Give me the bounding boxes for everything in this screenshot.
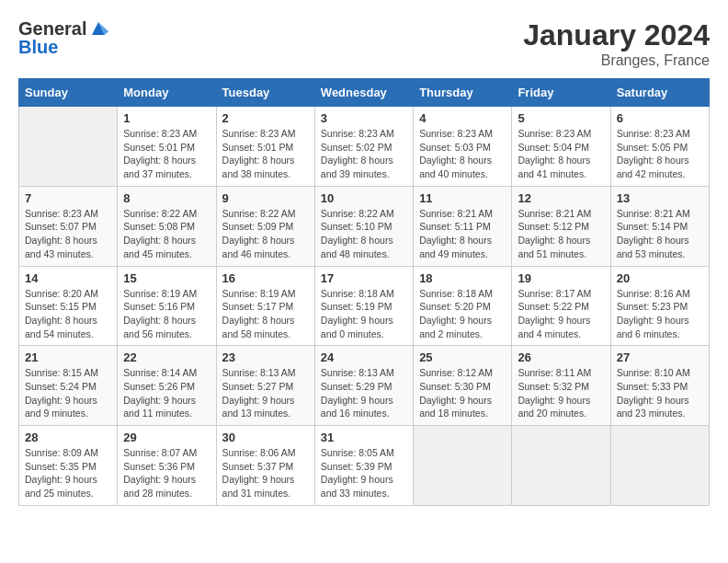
calendar-body: 1Sunrise: 8:23 AMSunset: 5:01 PMDaylight… bbox=[19, 107, 710, 506]
calendar-cell: 9Sunrise: 8:22 AMSunset: 5:09 PMDaylight… bbox=[216, 186, 314, 266]
calendar-cell: 3Sunrise: 8:23 AMSunset: 5:02 PMDaylight… bbox=[314, 107, 413, 187]
calendar-cell bbox=[512, 426, 610, 506]
day-info: Sunrise: 8:23 AMSunset: 5:04 PMDaylight:… bbox=[518, 127, 604, 181]
title-block: January 2024 Branges, France bbox=[523, 18, 710, 69]
calendar-cell bbox=[414, 426, 512, 506]
calendar-cell bbox=[19, 107, 118, 187]
day-info: Sunrise: 8:19 AMSunset: 5:16 PMDaylight:… bbox=[123, 287, 210, 341]
calendar-cell bbox=[610, 426, 709, 506]
calendar-cell: 11Sunrise: 8:21 AMSunset: 5:11 PMDayligh… bbox=[414, 186, 512, 266]
day-number: 11 bbox=[419, 191, 506, 205]
calendar-cell: 1Sunrise: 8:23 AMSunset: 5:01 PMDaylight… bbox=[118, 107, 216, 187]
header-cell-tuesday: Tuesday bbox=[216, 79, 314, 107]
calendar-week-3: 21Sunrise: 8:15 AMSunset: 5:24 PMDayligh… bbox=[19, 346, 710, 426]
calendar-cell: 4Sunrise: 8:23 AMSunset: 5:03 PMDaylight… bbox=[414, 107, 512, 187]
day-number: 30 bbox=[222, 431, 309, 444]
calendar-cell: 28Sunrise: 8:09 AMSunset: 5:35 PMDayligh… bbox=[19, 426, 118, 506]
day-number: 22 bbox=[123, 350, 210, 364]
day-number: 24 bbox=[321, 350, 407, 364]
day-number: 4 bbox=[419, 111, 506, 125]
day-number: 25 bbox=[419, 350, 506, 364]
calendar-cell: 14Sunrise: 8:20 AMSunset: 5:15 PMDayligh… bbox=[19, 266, 118, 346]
logo-general: General bbox=[18, 18, 86, 39]
day-info: Sunrise: 8:18 AMSunset: 5:20 PMDaylight:… bbox=[419, 287, 506, 341]
day-number: 3 bbox=[321, 111, 407, 125]
day-info: Sunrise: 8:22 AMSunset: 5:10 PMDaylight:… bbox=[321, 207, 407, 261]
calendar-cell: 6Sunrise: 8:23 AMSunset: 5:05 PMDaylight… bbox=[610, 107, 709, 187]
day-info: Sunrise: 8:23 AMSunset: 5:05 PMDaylight:… bbox=[617, 127, 703, 181]
day-number: 18 bbox=[419, 271, 506, 285]
day-number: 10 bbox=[321, 191, 407, 205]
day-number: 1 bbox=[123, 111, 210, 125]
header-cell-monday: Monday bbox=[118, 79, 216, 107]
day-number: 28 bbox=[25, 431, 111, 444]
day-number: 8 bbox=[123, 191, 210, 205]
calendar-week-2: 14Sunrise: 8:20 AMSunset: 5:15 PMDayligh… bbox=[19, 266, 710, 346]
day-info: Sunrise: 8:21 AMSunset: 5:14 PMDaylight:… bbox=[617, 207, 703, 261]
calendar-cell: 19Sunrise: 8:17 AMSunset: 5:22 PMDayligh… bbox=[512, 266, 610, 346]
day-number: 20 bbox=[617, 271, 703, 285]
day-info: Sunrise: 8:11 AMSunset: 5:32 PMDaylight:… bbox=[518, 366, 604, 420]
calendar-cell: 22Sunrise: 8:14 AMSunset: 5:26 PMDayligh… bbox=[118, 346, 216, 426]
day-info: Sunrise: 8:20 AMSunset: 5:15 PMDaylight:… bbox=[25, 287, 111, 341]
day-number: 9 bbox=[222, 191, 309, 205]
logo-icon bbox=[88, 18, 108, 39]
calendar-week-0: 1Sunrise: 8:23 AMSunset: 5:01 PMDaylight… bbox=[19, 107, 710, 187]
day-info: Sunrise: 8:16 AMSunset: 5:23 PMDaylight:… bbox=[617, 287, 703, 341]
day-number: 7 bbox=[25, 191, 111, 205]
day-number: 14 bbox=[25, 271, 111, 285]
day-info: Sunrise: 8:23 AMSunset: 5:07 PMDaylight:… bbox=[25, 207, 111, 261]
header-cell-saturday: Saturday bbox=[610, 79, 709, 107]
day-info: Sunrise: 8:19 AMSunset: 5:17 PMDaylight:… bbox=[222, 287, 309, 341]
calendar-header-row: SundayMondayTuesdayWednesdayThursdayFrid… bbox=[19, 79, 710, 107]
calendar-cell: 26Sunrise: 8:11 AMSunset: 5:32 PMDayligh… bbox=[512, 346, 610, 426]
calendar-cell: 10Sunrise: 8:22 AMSunset: 5:10 PMDayligh… bbox=[314, 186, 413, 266]
calendar-cell: 2Sunrise: 8:23 AMSunset: 5:01 PMDaylight… bbox=[216, 107, 314, 187]
day-number: 27 bbox=[617, 350, 703, 364]
header-cell-wednesday: Wednesday bbox=[314, 79, 413, 107]
day-number: 31 bbox=[321, 431, 407, 444]
day-info: Sunrise: 8:09 AMSunset: 5:35 PMDaylight:… bbox=[25, 446, 111, 500]
day-info: Sunrise: 8:18 AMSunset: 5:19 PMDaylight:… bbox=[321, 287, 407, 341]
page-subtitle: Branges, France bbox=[523, 52, 710, 69]
header-cell-thursday: Thursday bbox=[414, 79, 512, 107]
logo: General Blue bbox=[18, 18, 108, 58]
day-info: Sunrise: 8:23 AMSunset: 5:01 PMDaylight:… bbox=[123, 127, 210, 181]
calendar-week-4: 28Sunrise: 8:09 AMSunset: 5:35 PMDayligh… bbox=[19, 426, 710, 506]
day-number: 17 bbox=[321, 271, 407, 285]
calendar-cell: 8Sunrise: 8:22 AMSunset: 5:08 PMDaylight… bbox=[118, 186, 216, 266]
day-number: 5 bbox=[518, 111, 604, 125]
calendar-cell: 31Sunrise: 8:05 AMSunset: 5:39 PMDayligh… bbox=[314, 426, 413, 506]
day-info: Sunrise: 8:23 AMSunset: 5:03 PMDaylight:… bbox=[419, 127, 506, 181]
calendar-cell: 17Sunrise: 8:18 AMSunset: 5:19 PMDayligh… bbox=[314, 266, 413, 346]
day-number: 16 bbox=[222, 271, 309, 285]
day-info: Sunrise: 8:15 AMSunset: 5:24 PMDaylight:… bbox=[25, 366, 111, 420]
day-info: Sunrise: 8:22 AMSunset: 5:08 PMDaylight:… bbox=[123, 207, 210, 261]
calendar-cell: 16Sunrise: 8:19 AMSunset: 5:17 PMDayligh… bbox=[216, 266, 314, 346]
day-info: Sunrise: 8:14 AMSunset: 5:26 PMDaylight:… bbox=[123, 366, 210, 420]
day-number: 2 bbox=[222, 111, 309, 125]
header-cell-sunday: Sunday bbox=[19, 79, 118, 107]
day-number: 12 bbox=[518, 191, 604, 205]
day-info: Sunrise: 8:23 AMSunset: 5:02 PMDaylight:… bbox=[321, 127, 407, 181]
calendar-cell: 30Sunrise: 8:06 AMSunset: 5:37 PMDayligh… bbox=[216, 426, 314, 506]
calendar-week-1: 7Sunrise: 8:23 AMSunset: 5:07 PMDaylight… bbox=[19, 186, 710, 266]
day-info: Sunrise: 8:22 AMSunset: 5:09 PMDaylight:… bbox=[222, 207, 309, 261]
day-number: 29 bbox=[123, 431, 210, 444]
header-cell-friday: Friday bbox=[512, 79, 610, 107]
calendar-cell: 18Sunrise: 8:18 AMSunset: 5:20 PMDayligh… bbox=[414, 266, 512, 346]
day-number: 21 bbox=[25, 350, 111, 364]
day-info: Sunrise: 8:21 AMSunset: 5:12 PMDaylight:… bbox=[518, 207, 604, 261]
day-info: Sunrise: 8:17 AMSunset: 5:22 PMDaylight:… bbox=[518, 287, 604, 341]
day-number: 15 bbox=[123, 271, 210, 285]
page-title: January 2024 bbox=[523, 18, 710, 52]
calendar-cell: 29Sunrise: 8:07 AMSunset: 5:36 PMDayligh… bbox=[118, 426, 216, 506]
page-header: General Blue January 2024 Branges, Franc… bbox=[18, 18, 710, 69]
calendar-cell: 27Sunrise: 8:10 AMSunset: 5:33 PMDayligh… bbox=[610, 346, 709, 426]
calendar-cell: 23Sunrise: 8:13 AMSunset: 5:27 PMDayligh… bbox=[216, 346, 314, 426]
calendar-cell: 15Sunrise: 8:19 AMSunset: 5:16 PMDayligh… bbox=[118, 266, 216, 346]
day-number: 19 bbox=[518, 271, 604, 285]
day-info: Sunrise: 8:10 AMSunset: 5:33 PMDaylight:… bbox=[617, 366, 703, 420]
day-info: Sunrise: 8:13 AMSunset: 5:27 PMDaylight:… bbox=[222, 366, 309, 420]
day-info: Sunrise: 8:06 AMSunset: 5:37 PMDaylight:… bbox=[222, 446, 309, 500]
